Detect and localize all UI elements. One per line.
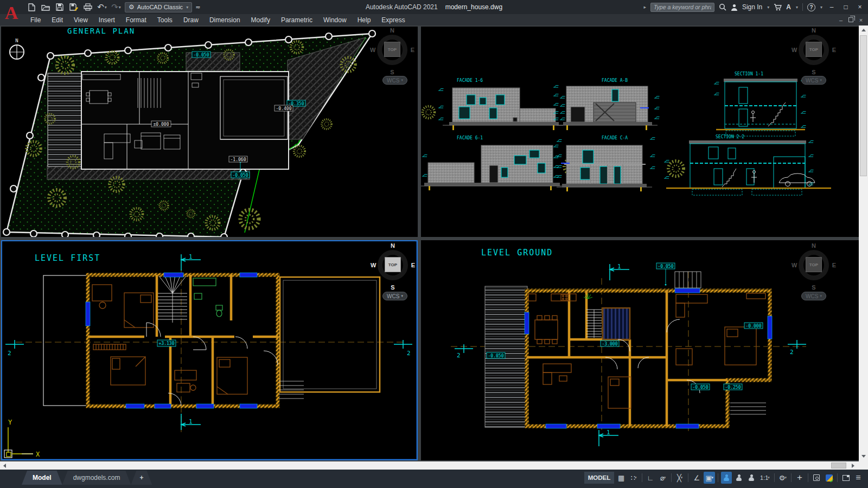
annotation-visibility-icon[interactable] xyxy=(721,472,732,484)
sign-in-caret-icon[interactable]: ▾ xyxy=(767,5,769,10)
viewcube-top-face[interactable]: TOP xyxy=(384,42,400,57)
viewcube-level-ground[interactable]: N TOP W E S xyxy=(792,243,835,289)
polar-tracking-icon[interactable]: ⌀▾ xyxy=(658,472,668,484)
viewcube-general-plan[interactable]: N TOP W E S xyxy=(371,28,414,74)
undo-caret-icon[interactable]: ▾ xyxy=(105,5,107,10)
viewcube-top-face[interactable]: TOP xyxy=(806,42,822,57)
search-input[interactable] xyxy=(650,3,714,12)
viewcube-north[interactable]: N xyxy=(812,242,816,249)
grid-icon[interactable]: ▦ xyxy=(616,472,627,484)
autodesk-a-icon[interactable]: A xyxy=(786,3,791,11)
menu-modify[interactable]: Modify xyxy=(246,14,276,25)
wcs-dropdown[interactable]: WCS▾ xyxy=(382,292,407,300)
viewcube-south[interactable]: S xyxy=(812,69,815,75)
menu-insert[interactable]: Insert xyxy=(93,14,120,25)
graphics-performance-icon[interactable] xyxy=(824,472,834,484)
menu-express[interactable]: Express xyxy=(376,14,410,25)
close-button[interactable]: × xyxy=(855,2,865,12)
menu-parametric[interactable]: Parametric xyxy=(276,14,318,25)
viewcube-top-face[interactable]: TOP xyxy=(806,257,822,272)
sign-in-button[interactable]: Sign In xyxy=(742,3,762,11)
viewcube-east[interactable]: E xyxy=(832,47,836,53)
ortho-icon[interactable]: ∟ xyxy=(645,472,656,484)
open-folder-icon[interactable] xyxy=(40,2,51,12)
annotation-scale-value[interactable]: 1:1▾ xyxy=(758,472,771,484)
viewcube-south[interactable]: S xyxy=(391,284,394,291)
add-layout-button[interactable]: + xyxy=(131,471,152,485)
redo-caret-icon[interactable]: ▾ xyxy=(119,5,121,10)
isometric-drafting-icon[interactable]: ╳▾ xyxy=(674,472,685,484)
viewport-general-plan[interactable]: N GENERAL PLAN -0.050 -0.350 -0.050 ±0.0… xyxy=(1,27,418,237)
isolate-objects-icon[interactable] xyxy=(811,472,822,484)
menu-format[interactable]: Format xyxy=(120,14,152,25)
viewcube-top-face[interactable]: TOP xyxy=(385,257,401,272)
minimize-button[interactable]: – xyxy=(827,2,837,12)
plot-printer-icon[interactable] xyxy=(82,2,93,12)
vertical-scroll-thumb[interactable] xyxy=(860,35,867,176)
viewcube-west[interactable]: W xyxy=(371,262,376,268)
search-icon[interactable] xyxy=(719,3,726,11)
viewcube-west[interactable]: W xyxy=(792,262,797,268)
menu-tools[interactable]: Tools xyxy=(152,14,178,25)
menu-draw[interactable]: Draw xyxy=(178,14,204,25)
customization-icon[interactable]: ≡ xyxy=(853,472,864,484)
menu-view[interactable]: View xyxy=(68,14,93,25)
menu-window[interactable]: Window xyxy=(318,14,352,25)
doc-restore-button[interactable] xyxy=(848,17,853,22)
menu-file[interactable]: File xyxy=(25,14,46,25)
viewcube-level-first[interactable]: N TOP W E S xyxy=(371,243,414,289)
object-snap-icon[interactable]: ▣▾ xyxy=(704,472,715,484)
viewcube-east[interactable]: E xyxy=(411,262,415,268)
help-caret-icon[interactable]: ▾ xyxy=(820,5,822,10)
viewcube-north[interactable]: N xyxy=(390,27,394,34)
scroll-up-icon[interactable] xyxy=(861,29,866,31)
menu-help[interactable]: Help xyxy=(352,14,376,25)
doc-close-button[interactable]: × xyxy=(857,17,865,23)
autocad-logo-icon[interactable]: A xyxy=(0,0,23,25)
viewport-level-first[interactable]: 1 1 2 2 +3.130 LEVEL FIRST Y xyxy=(1,240,418,460)
maximize-button[interactable]: □ xyxy=(841,2,851,12)
object-snap-tracking-icon[interactable]: ∠ xyxy=(691,472,702,484)
scroll-left-icon[interactable] xyxy=(3,464,6,468)
vertical-scrollbar[interactable] xyxy=(859,25,868,461)
doc-minimize-button[interactable]: – xyxy=(837,17,845,23)
help-icon[interactable]: ? xyxy=(807,3,815,11)
undo-button[interactable]: ↶▾ xyxy=(97,2,107,12)
user-icon[interactable] xyxy=(731,4,738,11)
viewcube-south[interactable]: S xyxy=(812,284,815,291)
save-icon[interactable] xyxy=(54,2,65,12)
app-store-cart-icon[interactable] xyxy=(774,4,782,11)
save-as-icon[interactable] xyxy=(68,2,79,12)
horizontal-scrollbar[interactable] xyxy=(0,461,868,470)
wcs-dropdown[interactable]: WCS▾ xyxy=(382,76,407,85)
new-file-icon[interactable] xyxy=(26,2,37,12)
scroll-right-icon[interactable] xyxy=(852,464,854,468)
clean-screen-icon[interactable] xyxy=(840,472,851,484)
viewcube-north[interactable]: N xyxy=(812,27,816,34)
tab-layout[interactable]: dwgmodels.com xyxy=(62,471,131,485)
toolbar-overflow-icon[interactable]: ≂ xyxy=(195,2,200,12)
viewcube-north[interactable]: N xyxy=(391,242,395,249)
a-caret-icon[interactable]: ▾ xyxy=(796,5,798,10)
search-expand-icon[interactable]: ▸ xyxy=(643,4,646,10)
crosshair-plus-icon[interactable]: + xyxy=(794,472,805,484)
snap-icon[interactable]: ∷▾ xyxy=(628,472,639,484)
viewcube-east[interactable]: E xyxy=(832,262,836,268)
viewcube-west[interactable]: W xyxy=(792,47,797,53)
workspace-gear-icon[interactable]: ⚙▾ xyxy=(777,472,788,484)
annotation-autoscale-icon[interactable] xyxy=(733,472,744,484)
redo-button[interactable]: ↷▾ xyxy=(111,2,122,12)
viewcube-elevations[interactable]: N TOP W E S xyxy=(792,28,835,74)
viewcube-west[interactable]: W xyxy=(370,47,375,53)
model-space-button[interactable]: MODEL xyxy=(584,472,615,484)
wcs-dropdown[interactable]: WCS▾ xyxy=(801,292,826,300)
wcs-dropdown[interactable]: WCS▾ xyxy=(801,76,826,85)
menu-edit[interactable]: Edit xyxy=(46,14,68,25)
workspace-dropdown[interactable]: ⚙ AutoCAD Classic ▾ xyxy=(125,2,192,12)
scroll-down-icon[interactable] xyxy=(861,455,866,458)
tab-model[interactable]: Model xyxy=(22,471,62,485)
viewcube-south[interactable]: S xyxy=(390,69,394,75)
viewcube-east[interactable]: E xyxy=(411,47,414,53)
annotation-scale-icon[interactable] xyxy=(746,472,757,484)
menu-dimension[interactable]: Dimension xyxy=(204,14,246,25)
